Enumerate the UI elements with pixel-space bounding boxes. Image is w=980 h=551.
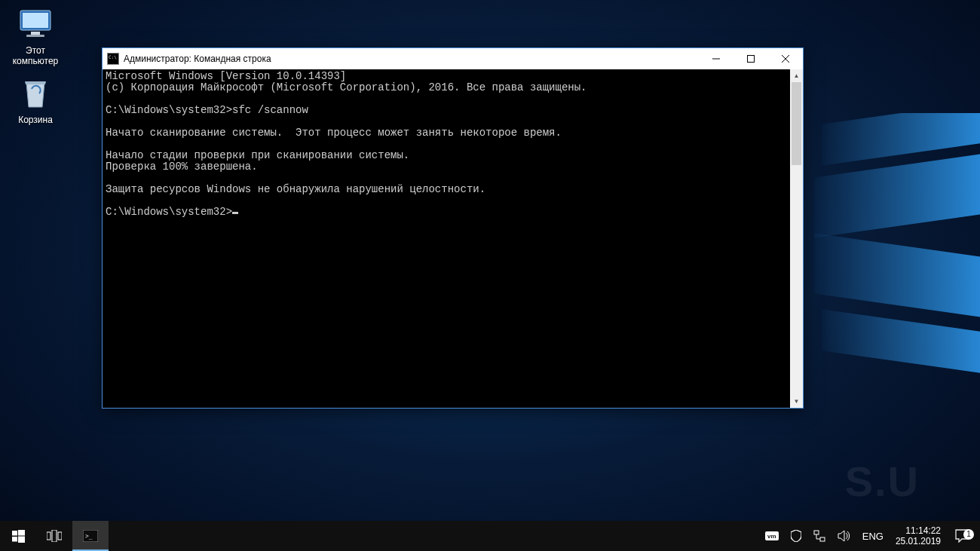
terminal-cursor	[232, 212, 238, 214]
task-view-button[interactable]	[36, 521, 72, 551]
watermark: S.U	[845, 457, 920, 506]
tray-security-icon[interactable]	[785, 521, 807, 551]
desktop-icon-recycle-bin[interactable]: Корзина	[6, 75, 65, 125]
start-button[interactable]	[0, 521, 36, 551]
svg-rect-10	[12, 537, 17, 542]
svg-rect-1	[23, 13, 48, 28]
scroll-track[interactable]	[790, 82, 803, 395]
tray-time: 11:14:22	[896, 525, 941, 536]
terminal-output[interactable]: Microsoft Windows [Version 10.0.14393] (…	[103, 69, 790, 408]
tray-volume-icon[interactable]	[831, 521, 856, 551]
tray-date: 25.01.2019	[896, 536, 941, 546]
svg-rect-3	[26, 35, 44, 37]
window-title: Администратор: Командная строка	[124, 54, 271, 64]
svg-rect-13	[52, 530, 57, 542]
tray-network-icon[interactable]	[807, 521, 831, 551]
windows-logo-background	[814, 113, 980, 399]
taskbar-app-cmd[interactable]: >_	[72, 521, 109, 551]
svg-rect-20	[820, 537, 825, 541]
svg-rect-5	[748, 56, 755, 63]
svg-rect-14	[58, 532, 62, 540]
action-center-button[interactable]: 1	[947, 529, 977, 543]
close-button[interactable]	[768, 48, 803, 69]
minimize-button[interactable]	[699, 48, 733, 69]
svg-rect-2	[31, 32, 40, 35]
system-tray: vm ENG 11:14:22 25.01.2019 1	[759, 521, 980, 551]
maximize-button[interactable]	[733, 48, 768, 69]
titlebar[interactable]: Администратор: Командная строка	[103, 48, 803, 69]
svg-rect-19	[814, 531, 819, 534]
scroll-thumb[interactable]	[792, 82, 801, 165]
recycle-bin-icon	[17, 75, 54, 112]
tray-vm-icon[interactable]: vm	[759, 521, 785, 551]
scroll-down-button[interactable]: ▼	[790, 395, 803, 408]
svg-rect-12	[47, 532, 51, 540]
notification-badge: 1	[963, 529, 974, 540]
svg-rect-8	[12, 531, 17, 536]
svg-text:vm: vm	[767, 533, 776, 540]
desktop-icon-label: Этот компьютер	[6, 45, 65, 66]
tray-language[interactable]: ENG	[856, 521, 890, 551]
svg-rect-9	[18, 530, 25, 536]
cmd-window: Администратор: Командная строка Microsof…	[102, 47, 804, 409]
svg-text:>_: >_	[85, 533, 93, 540]
scroll-up-button[interactable]: ▲	[790, 69, 803, 82]
vertical-scrollbar[interactable]: ▲ ▼	[790, 69, 803, 408]
desktop-icon-this-pc[interactable]: Этот компьютер	[6, 6, 65, 66]
desktop-icon-label: Корзина	[6, 115, 65, 125]
svg-rect-11	[18, 536, 25, 543]
taskbar: >_ vm ENG 11:14:22 25.01.2019 1	[0, 521, 980, 551]
tray-clock[interactable]: 11:14:22 25.01.2019	[890, 525, 947, 546]
cmd-icon	[107, 53, 119, 65]
this-pc-icon	[17, 6, 54, 42]
